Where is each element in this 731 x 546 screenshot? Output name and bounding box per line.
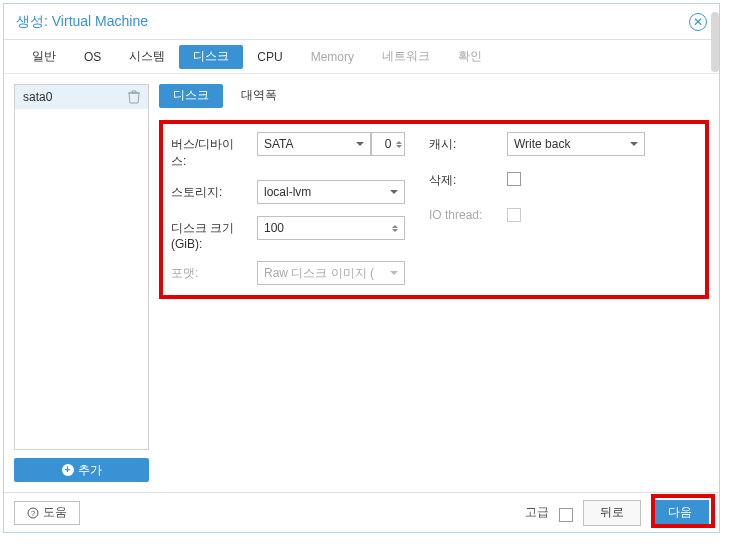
disk-item-label: sata0 [23,90,52,104]
spinner-icon[interactable] [392,225,398,232]
next-button[interactable]: 다음 [651,500,709,526]
storage-label: 스토리지: [171,180,249,201]
bus-label: 버스/디바이스: [171,132,249,170]
row-discard: 삭제: [429,168,645,194]
tab-disk[interactable]: 디스크 [179,45,243,69]
chevron-down-icon [390,190,398,194]
modal-title: 생성: Virtual Machine [16,13,148,31]
row-iothread: IO thread: [429,204,645,230]
plus-icon: + [62,464,74,476]
disk-subtabs: 디스크 대역폭 [159,84,709,112]
tab-cpu[interactable]: CPU [243,45,296,69]
form-highlight: 버스/디바이스: SATA 0 [159,120,709,299]
wizard-tabs: 일반 OS 시스템 디스크 CPU Memory 네트워크 확인 [4,40,719,74]
chevron-down-icon [630,142,638,146]
trash-icon[interactable] [128,90,140,104]
spinner-icon[interactable] [396,141,402,148]
discard-label: 삭제: [429,168,499,189]
disk-size-input[interactable]: 100 [257,216,405,240]
row-size: 디스크 크기 (GiB): 100 [171,216,405,251]
help-label: 도움 [43,504,67,521]
modal-body: sata0 + 추가 디스크 대역폭 [4,74,719,492]
back-button[interactable]: 뒤로 [583,500,641,526]
form-left-column: 버스/디바이스: SATA 0 [171,132,405,287]
add-disk-button[interactable]: + 추가 [14,458,149,482]
svg-text:?: ? [31,509,36,518]
tab-general[interactable]: 일반 [18,45,70,69]
format-label: 포맷: [171,261,249,282]
size-label: 디스크 크기 (GiB): [171,216,249,251]
disk-form-panel: 디스크 대역폭 버스/디바이스: SATA [159,84,709,482]
storage-select[interactable]: local-lvm [257,180,405,204]
modal-footer: ? 도움 고급 뒤로 다음 [4,492,719,532]
row-format: 포맷: Raw 디스크 이미지 ( [171,261,405,287]
disk-sidebar: sata0 + 추가 [14,84,149,482]
iothread-checkbox [507,208,521,222]
row-storage: 스토리지: local-lvm [171,180,405,206]
help-button[interactable]: ? 도움 [14,501,80,525]
add-disk-label: 추가 [78,462,102,479]
tab-memory: Memory [297,45,368,69]
format-select: Raw 디스크 이미지 ( [257,261,405,285]
discard-checkbox[interactable] [507,172,521,186]
modal-header: 생성: Virtual Machine ✕ [4,4,719,40]
cache-label: 캐시: [429,132,499,153]
close-icon[interactable]: ✕ [689,13,707,31]
subtab-disk[interactable]: 디스크 [159,84,223,108]
tab-confirm: 확인 [444,45,496,69]
disk-item-sata0[interactable]: sata0 [15,85,148,109]
scrollbar[interactable] [711,12,719,72]
row-bus: 버스/디바이스: SATA 0 [171,132,405,170]
cache-select[interactable]: Write back [507,132,645,156]
form-right-column: 캐시: Write back 삭제: IO thread: [429,132,645,287]
iothread-label: IO thread: [429,204,499,222]
row-cache: 캐시: Write back [429,132,645,158]
tab-system[interactable]: 시스템 [115,45,179,69]
advanced-label: 고급 [525,504,549,521]
chevron-down-icon [356,142,364,146]
subtab-bandwidth[interactable]: 대역폭 [227,84,291,108]
disk-list: sata0 [14,84,149,450]
bus-select[interactable]: SATA [257,132,371,156]
tab-os[interactable]: OS [70,45,115,69]
create-vm-modal: 생성: Virtual Machine ✕ 일반 OS 시스템 디스크 CPU … [3,3,720,533]
chevron-down-icon [390,271,398,275]
help-icon: ? [27,507,39,519]
footer-right: 고급 뒤로 다음 [525,500,709,526]
bus-index-input[interactable]: 0 [371,132,405,156]
tab-network: 네트워크 [368,45,444,69]
advanced-checkbox[interactable] [559,508,573,522]
